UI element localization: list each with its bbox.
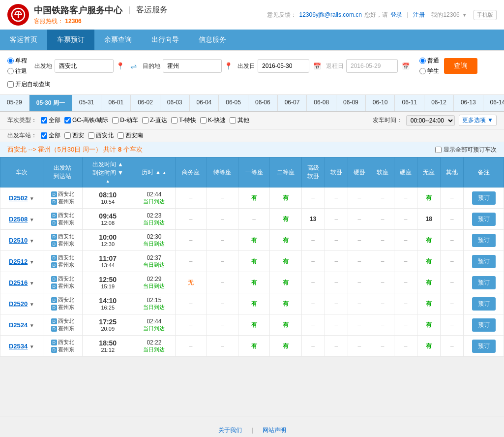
normal-label: 普通 (427, 57, 439, 65)
book-button[interactable]: 预订 (472, 191, 496, 205)
station-xian-south-checkbox[interactable] (118, 132, 124, 139)
date-tab-0531[interactable]: 05-31 (72, 95, 102, 111)
book-button[interactable]: 预订 (472, 340, 496, 353)
book-button[interactable]: 预订 (472, 234, 496, 247)
filter-all-checkbox[interactable] (41, 117, 47, 124)
date-tab-0611[interactable]: 06-11 (395, 95, 424, 111)
date-tab-0614[interactable]: 06-14 (483, 95, 504, 111)
train-no-link[interactable]: D2512 (9, 258, 28, 265)
filter-d-checkbox[interactable] (112, 117, 119, 124)
station-all-checkbox[interactable] (41, 132, 47, 139)
show-all-checkbox[interactable] (435, 147, 442, 153)
date-tab-0530[interactable]: 05-30 周一 (30, 95, 72, 111)
about-link[interactable]: 关于我们 (218, 426, 242, 435)
round-trip-option[interactable]: 往返 (7, 67, 27, 75)
date-tab-0605[interactable]: 06-05 (219, 95, 248, 111)
return-date-input[interactable] (346, 59, 398, 73)
round-trip-radio[interactable] (7, 68, 14, 74)
student-passenger-radio[interactable] (419, 68, 426, 74)
station-xian-option[interactable]: 西安 (64, 131, 84, 140)
auto-query-option[interactable]: 开启自动查询 (7, 80, 51, 89)
date-tab-0607[interactable]: 06-07 (278, 95, 307, 111)
from-input[interactable] (55, 59, 114, 73)
filter-other-checkbox[interactable] (230, 117, 236, 124)
filter-t-checkbox[interactable] (171, 117, 178, 124)
feedback-email-link[interactable]: 12306yjfk@rails.com.cn (299, 11, 362, 18)
filter-gc-checkbox[interactable] (64, 117, 71, 124)
filter-d[interactable]: D-动车 (112, 116, 138, 125)
filter-z[interactable]: Z-直达 (142, 116, 167, 125)
date-tab-0610[interactable]: 06-10 (366, 95, 395, 111)
station-xian-checkbox[interactable] (64, 132, 71, 139)
th-duration[interactable]: 历时 ▲ (133, 157, 175, 187)
filter-other[interactable]: 其他 (230, 116, 249, 125)
date-tab-0602[interactable]: 06-02 (131, 95, 160, 111)
nav-item-remaining[interactable]: 余票查询 (94, 30, 142, 50)
train-dropdown-icon[interactable]: ▼ (30, 217, 34, 222)
train-dropdown-icon[interactable]: ▼ (30, 281, 34, 286)
filter-k[interactable]: K-快速 (200, 116, 226, 125)
more-options-button[interactable]: 更多选项 ▼ (459, 115, 497, 126)
time-select[interactable]: 00:00--24:00 (406, 115, 455, 126)
date-tab-0612[interactable]: 06-12 (424, 95, 454, 111)
date-tab-0606[interactable]: 06-06 (248, 95, 278, 111)
train-no-link[interactable]: D2502 (9, 194, 28, 202)
train-dropdown-icon[interactable]: ▼ (30, 196, 34, 201)
date-tab-0603[interactable]: 06-03 (160, 95, 190, 111)
date-tab-0604[interactable]: 06-04 (190, 95, 219, 111)
date-tab-0601[interactable]: 06-01 (101, 95, 131, 111)
train-no-link[interactable]: D2524 (9, 321, 28, 329)
nav-item-ticket[interactable]: 车票预订 (47, 30, 94, 50)
login-link[interactable]: 登录 (390, 11, 402, 19)
statement-link[interactable]: 网站声明 (263, 426, 286, 435)
date-tab-0613[interactable]: 06-13 (454, 95, 483, 111)
train-dropdown-icon[interactable]: ▼ (30, 259, 34, 265)
my-account-link[interactable]: 我的12306 (431, 11, 459, 19)
date-tab-0608[interactable]: 06-08 (307, 95, 336, 111)
station-all-option[interactable]: 全部 (41, 131, 60, 140)
train-no-link[interactable]: D2510 (9, 237, 28, 244)
train-no-link[interactable]: D2508 (9, 216, 28, 223)
train-no-link[interactable]: D2520 (9, 300, 28, 308)
train-dropdown-icon[interactable]: ▼ (30, 302, 34, 307)
single-trip-option[interactable]: 单程 (7, 57, 27, 65)
depart-date-input[interactable] (258, 59, 309, 73)
student-passenger-option[interactable]: 学生 (419, 67, 439, 75)
date-tab-0609[interactable]: 06-09 (336, 95, 366, 111)
station-xian-south-option[interactable]: 西安南 (118, 131, 143, 140)
filter-t[interactable]: T-特快 (171, 116, 196, 125)
filter-z-checkbox[interactable] (142, 117, 148, 124)
search-box: 单程 往返 出发地 📍 ⇌ 目的地 📍 出发日 📅 (0, 51, 504, 95)
train-no-link[interactable]: D2534 (9, 343, 28, 350)
book-button[interactable]: 预订 (472, 318, 496, 332)
train-no-link[interactable]: D2516 (9, 279, 28, 286)
nav-item-info[interactable]: 信息服务 (189, 30, 236, 50)
train-dropdown-icon[interactable]: ▼ (30, 344, 34, 349)
register-link[interactable]: 注册 (413, 11, 425, 19)
train-dropdown-icon[interactable]: ▼ (30, 238, 34, 244)
mobile-btn[interactable]: 手机版 (474, 10, 497, 20)
search-button[interactable]: 查询 (444, 58, 477, 74)
th-time[interactable]: 出发时间 ▲ 到达时间 ▼ (83, 157, 133, 187)
train-type-tag: D (51, 276, 58, 282)
book-button[interactable]: 预订 (472, 297, 496, 311)
station-xian-north-checkbox[interactable] (88, 132, 94, 139)
normal-passenger-radio[interactable] (419, 58, 426, 64)
auto-query-checkbox[interactable] (7, 81, 14, 88)
nav-item-guide[interactable]: 出行向导 (142, 30, 189, 50)
train-dropdown-icon[interactable]: ▼ (30, 323, 34, 328)
filter-k-checkbox[interactable] (200, 117, 207, 124)
filter-gc[interactable]: GC-高铁/城际 (64, 116, 108, 125)
to-input[interactable] (163, 59, 222, 73)
book-button[interactable]: 预订 (472, 213, 496, 226)
single-trip-radio[interactable] (7, 58, 14, 64)
book-button[interactable]: 预订 (472, 276, 496, 289)
date-tab-0529[interactable]: 05-29 (0, 95, 30, 111)
station-xian-north-option[interactable]: 西安北 (88, 131, 114, 140)
normal-passenger-option[interactable]: 普通 (419, 57, 439, 65)
filter-all[interactable]: 全部 (41, 116, 60, 125)
nav-item-home[interactable]: 客运首页 (0, 30, 47, 50)
duration-cell: 02:37 当日到达 (133, 251, 175, 272)
book-button[interactable]: 预订 (472, 255, 496, 268)
swap-button[interactable]: ⇌ (129, 62, 138, 71)
